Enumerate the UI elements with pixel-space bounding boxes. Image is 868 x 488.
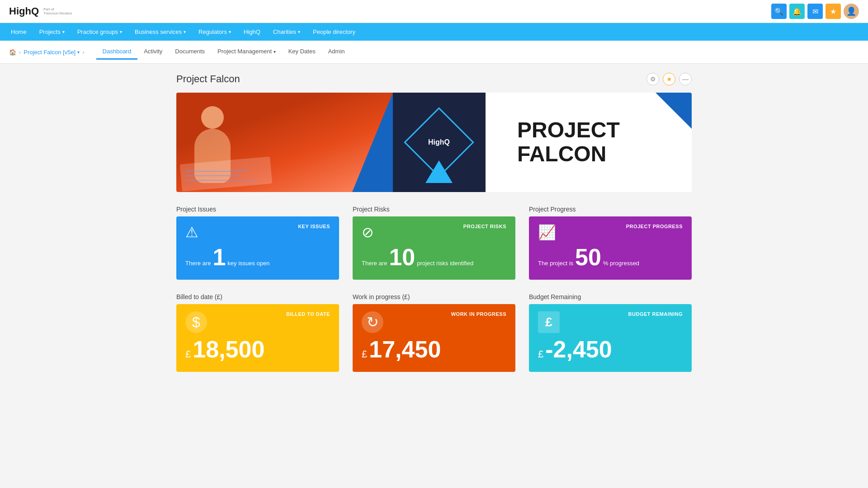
hero-highq-text: HighQ: [428, 138, 450, 146]
tab-activity[interactable]: Activity: [137, 44, 169, 60]
billed-label: BILLED TO DATE: [286, 311, 330, 317]
tab-admin[interactable]: Admin: [322, 44, 351, 60]
hero-title-area: PROJECT FALCON: [486, 93, 692, 192]
billed-card: $ BILLED TO DATE £ 18,500: [176, 304, 339, 372]
issues-text-before: There are: [185, 260, 211, 267]
logo-sub1: Part of: [43, 7, 72, 11]
budget-title: Budget Remaining: [529, 293, 692, 300]
hero-diamond: HighQ: [393, 93, 486, 192]
nav-home[interactable]: Home: [5, 23, 33, 41]
nav-charities[interactable]: Charities ▾: [267, 23, 307, 41]
nav-bar: Home Projects ▾ Practice groups ▾ Busine…: [0, 23, 868, 41]
progress-text-before: The project is: [538, 260, 573, 267]
risks-text-after: project risks identified: [417, 260, 473, 267]
wip-title: Work in progress (£): [353, 293, 515, 300]
tab-project-management[interactable]: Project Management ▾: [211, 44, 282, 60]
project-risks-section: Project Risks ⊘ PROJECT RISKS There are …: [353, 206, 515, 280]
progress-text-after: % progressed: [603, 260, 639, 267]
tab-pm-arrow: ▾: [274, 49, 276, 54]
mail-button[interactable]: ✉: [807, 4, 823, 19]
page-content: Project Falcon ⚙ ★ —: [163, 64, 705, 394]
wip-label: WORK IN PROGRESS: [451, 311, 506, 317]
logo-highq: HighQ: [9, 5, 39, 17]
nav-regulators-arrow: ▾: [229, 29, 231, 34]
nav-practice-groups[interactable]: Practice groups ▾: [71, 23, 128, 41]
project-issues-section: Project Issues ⚠ KEY ISSUES There are 1 …: [176, 206, 339, 280]
project-issues-title: Project Issues: [176, 206, 339, 213]
breadcrumb-project[interactable]: Project Falcon [v5e] ▾: [24, 49, 80, 56]
logo-area: HighQ Part of Thomson Reuters: [9, 5, 72, 17]
avatar-button[interactable]: 👤: [844, 4, 859, 19]
top-header: HighQ Part of Thomson Reuters 🔍 🔔 ✉ ★ 👤: [0, 0, 868, 23]
project-progress-card: 📈 PROJECT PROGRESS The project is 50 % p…: [529, 216, 692, 280]
wip-card: ↻ WORK IN PROGRESS £ 17,450: [353, 304, 515, 372]
header-icons: 🔍 🔔 ✉ ★ 👤: [771, 4, 859, 19]
project-risks-card: ⊘ PROJECT RISKS There are 10 project ris…: [353, 216, 515, 280]
nav-practice-arrow: ▾: [120, 29, 122, 34]
issues-text-after: key issues open: [227, 260, 269, 267]
more-icon-btn[interactable]: —: [679, 73, 692, 85]
hero-banner: HighQ PROJECT FALCON: [176, 93, 692, 192]
tab-key-dates[interactable]: Key Dates: [282, 44, 322, 60]
billed-section: Billed to date (£) $ BILLED TO DATE £ 18…: [176, 293, 339, 372]
hero-image: [176, 93, 393, 192]
risks-text-before: There are: [362, 260, 387, 267]
budget-prefix: £: [538, 348, 543, 360]
breadcrumb-sep1: ›: [19, 49, 21, 56]
hero-cyan-triangle: [425, 160, 453, 183]
page-title: Project Falcon: [176, 73, 240, 85]
star-icon-btn[interactable]: ★: [663, 73, 675, 85]
wip-prefix: £: [362, 348, 367, 360]
title-actions: ⚙ ★ —: [646, 73, 692, 85]
progress-label: PROJECT PROGRESS: [626, 224, 683, 229]
nav-regulators[interactable]: Regulators ▾: [192, 23, 237, 41]
progress-number: 50: [575, 245, 601, 269]
favorites-button[interactable]: ★: [826, 4, 841, 19]
nav-projects-arrow: ▾: [62, 29, 65, 34]
budget-label: BUDGET REMAINING: [628, 311, 683, 317]
nav-projects[interactable]: Projects ▾: [33, 23, 71, 41]
tab-documents[interactable]: Documents: [169, 44, 211, 60]
tab-dashboard[interactable]: Dashboard: [96, 44, 138, 60]
risks-label: PROJECT RISKS: [463, 224, 506, 229]
stats-row-bottom: Billed to date (£) $ BILLED TO DATE £ 18…: [176, 293, 692, 372]
nav-business-services[interactable]: Business services ▾: [128, 23, 192, 41]
issues-icon: ⚠: [185, 224, 198, 241]
budget-number: -2,450: [545, 338, 612, 361]
hero-corner-triangle: [656, 93, 692, 129]
hero-project-title: PROJECT FALCON: [504, 118, 620, 166]
risks-icon: ⊘: [362, 224, 374, 241]
nav-people[interactable]: People directory: [307, 23, 362, 41]
budget-card: £ BUDGET REMAINING £ -2,450: [529, 304, 692, 372]
page-title-row: Project Falcon ⚙ ★ —: [176, 73, 692, 85]
wip-section: Work in progress (£) ↻ WORK IN PROGRESS …: [353, 293, 515, 372]
budget-icon: £: [538, 311, 560, 333]
risks-number: 10: [389, 245, 415, 269]
nav-business-arrow: ▾: [184, 29, 186, 34]
nav-highq[interactable]: HighQ: [237, 23, 267, 41]
settings-icon-btn[interactable]: ⚙: [646, 73, 659, 85]
nav-charities-arrow: ▾: [298, 29, 300, 34]
breadcrumb-sep2: ›: [82, 49, 84, 56]
logo-sub2: Thomson Reuters: [43, 11, 72, 15]
stats-row-top: Project Issues ⚠ KEY ISSUES There are 1 …: [176, 206, 692, 280]
progress-icon: 📈: [538, 224, 556, 241]
billed-icon: $: [185, 311, 207, 333]
issues-number: 1: [212, 245, 226, 269]
hero-triangle-overlay: [352, 93, 393, 192]
billed-title: Billed to date (£): [176, 293, 339, 300]
breadcrumb-home[interactable]: 🏠: [9, 49, 16, 56]
search-button[interactable]: 🔍: [771, 4, 787, 19]
wip-number: 17,450: [369, 338, 441, 361]
notifications-button[interactable]: 🔔: [789, 4, 805, 19]
breadcrumb-bar: 🏠 › Project Falcon [v5e] ▾ › Dashboard A…: [0, 41, 868, 64]
project-progress-section: Project Progress 📈 PROJECT PROGRESS The …: [529, 206, 692, 280]
issues-label: KEY ISSUES: [298, 224, 330, 229]
billed-number: 18,500: [193, 338, 264, 361]
project-progress-title: Project Progress: [529, 206, 692, 213]
breadcrumb-tabs: Dashboard Activity Documents Project Man…: [96, 44, 351, 60]
project-issues-card: ⚠ KEY ISSUES There are 1 key issues open: [176, 216, 339, 280]
logo-text: HighQ: [9, 5, 39, 17]
wip-icon: ↻: [362, 311, 383, 333]
project-risks-title: Project Risks: [353, 206, 515, 213]
